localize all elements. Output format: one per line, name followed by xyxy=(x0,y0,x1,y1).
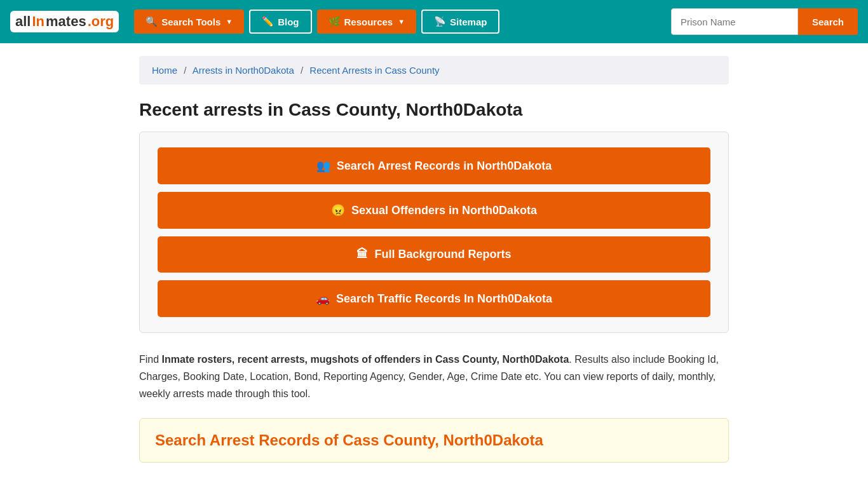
bottom-search-title: Search Arrest Records of Cass County, No… xyxy=(155,431,713,449)
breadcrumb-sep-2: / xyxy=(301,65,303,76)
sitemap-button[interactable]: 📡 Sitemap xyxy=(421,10,499,34)
search-arrest-label: Search Arrest Records in North0Dakota xyxy=(337,159,552,173)
resources-icon: 🌿 xyxy=(329,16,341,27)
traffic-records-button[interactable]: 🚗 Search Traffic Records In North0Dakota xyxy=(158,280,710,317)
search-arrest-button[interactable]: 👥 Search Arrest Records in North0Dakota xyxy=(158,147,710,184)
search-tools-button[interactable]: 🔍 Search Tools ▼ xyxy=(134,10,244,34)
resources-label: Resources xyxy=(344,17,393,27)
prison-name-input[interactable] xyxy=(671,8,798,35)
bottom-search-section: Search Arrest Records of Cass County, No… xyxy=(139,418,729,463)
page-title: Recent arrests in Cass County, North0Dak… xyxy=(139,100,729,120)
logo-text-org: .org xyxy=(88,13,114,30)
desc-bold: Inmate rosters, recent arrests, mugshots… xyxy=(162,354,569,365)
background-reports-label: Full Background Reports xyxy=(374,248,511,261)
desc-prefix: Find xyxy=(139,354,162,365)
sexual-offenders-label: Sexual Offenders in North0Dakota xyxy=(351,204,537,217)
blog-button[interactable]: ✏️ Blog xyxy=(249,10,311,34)
blog-label: Blog xyxy=(278,17,299,27)
breadcrumb-home[interactable]: Home xyxy=(152,65,177,76)
search-tools-label: Search Tools xyxy=(161,17,220,27)
offender-icon: 😠 xyxy=(331,203,345,217)
people-icon: 👥 xyxy=(316,159,330,173)
description-text: Find Inmate rosters, recent arrests, mug… xyxy=(139,351,729,403)
background-reports-button[interactable]: 🏛 Full Background Reports xyxy=(158,236,710,273)
logo-text-in: In xyxy=(32,13,44,30)
building-icon: 🏛 xyxy=(356,248,368,261)
sitemap-icon: 📡 xyxy=(434,16,446,27)
navbar: allInmates.org 🔍 Search Tools ▼ ✏️ Blog … xyxy=(0,0,868,43)
resources-button[interactable]: 🌿 Resources ▼ xyxy=(317,10,417,34)
search-nav-icon: 🔍 xyxy=(146,16,158,27)
logo[interactable]: allInmates.org xyxy=(10,11,119,32)
car-icon: 🚗 xyxy=(316,292,330,306)
traffic-records-label: Search Traffic Records In North0Dakota xyxy=(336,292,552,306)
main-content: Home / Arrests in North0Dakota / Recent … xyxy=(129,43,739,475)
chevron-down-icon-2: ▼ xyxy=(398,18,405,25)
breadcrumb-arrests[interactable]: Arrests in North0Dakota xyxy=(193,65,294,76)
prison-search-label: Search xyxy=(812,17,844,27)
logo-text-all: all xyxy=(15,13,31,30)
breadcrumb: Home / Arrests in North0Dakota / Recent … xyxy=(139,56,729,85)
breadcrumb-sep-1: / xyxy=(184,65,186,76)
breadcrumb-current: Recent Arrests in Cass County xyxy=(309,65,439,76)
action-card: 👥 Search Arrest Records in North0Dakota … xyxy=(139,132,729,333)
chevron-down-icon: ▼ xyxy=(226,18,233,25)
prison-search-area: Search xyxy=(671,8,858,35)
sitemap-label: Sitemap xyxy=(450,17,487,27)
sexual-offenders-button[interactable]: 😠 Sexual Offenders in North0Dakota xyxy=(158,192,710,229)
blog-icon: ✏️ xyxy=(262,16,274,27)
logo-text-mates: mates xyxy=(46,13,86,30)
prison-search-button[interactable]: Search xyxy=(798,8,858,35)
